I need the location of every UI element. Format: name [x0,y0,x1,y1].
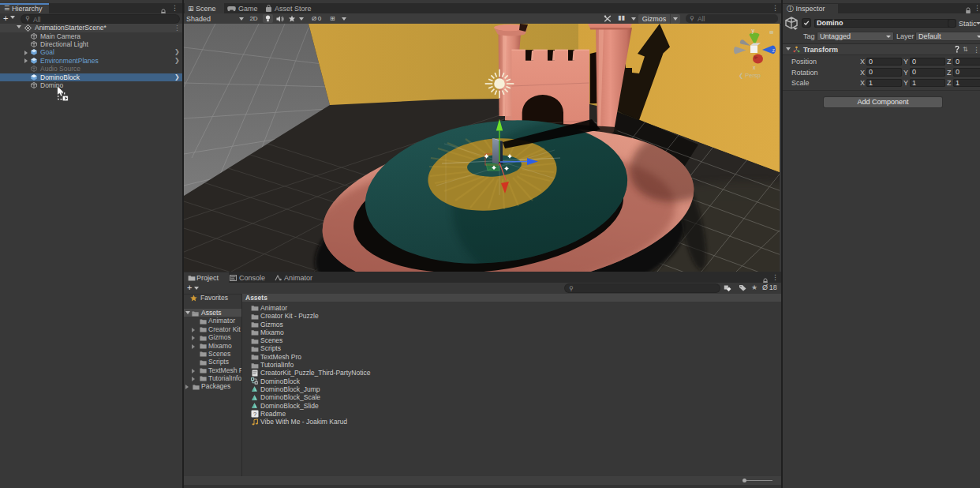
svg-text:❮ Persp: ❮ Persp [739,72,761,79]
svg-text:x: x [753,65,756,70]
svg-text:y: y [752,28,755,34]
svg-text:?: ? [253,411,256,418]
svg-text:z: z [772,47,776,53]
